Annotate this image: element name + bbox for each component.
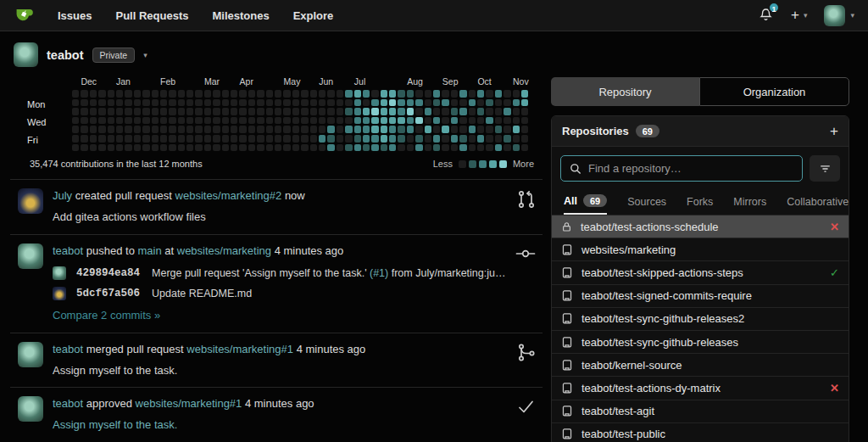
heatmap-cell[interactable] — [513, 144, 520, 152]
heatmap-cell[interactable] — [381, 126, 387, 133]
heatmap-cell[interactable] — [477, 90, 484, 98]
heatmap-cell[interactable] — [301, 135, 308, 143]
heatmap-cell[interactable] — [495, 126, 502, 133]
heatmap-cell[interactable] — [521, 135, 528, 143]
heatmap-cell[interactable] — [459, 126, 466, 133]
heatmap-cell[interactable] — [72, 135, 79, 143]
repo-list-item[interactable]: websites/marketing — [552, 238, 849, 260]
heatmap-cell[interactable] — [222, 108, 229, 115]
heatmap-cell[interactable] — [371, 117, 378, 125]
create-new-button[interactable]: + ▾ — [791, 7, 807, 24]
heatmap-cell[interactable] — [125, 108, 131, 115]
heatmap-cell[interactable] — [513, 90, 520, 98]
heatmap-cell[interactable] — [363, 117, 370, 125]
heatmap-cell[interactable] — [407, 90, 414, 98]
heatmap-cell[interactable] — [186, 144, 193, 152]
heatmap-cell[interactable] — [319, 144, 326, 152]
heatmap-cell[interactable] — [425, 126, 431, 133]
heatmap-cell[interactable] — [248, 117, 255, 125]
feed-link[interactable]: July — [53, 189, 72, 202]
heatmap-cell[interactable] — [239, 126, 246, 133]
heatmap-cell[interactable] — [81, 144, 87, 152]
heatmap-cell[interactable] — [486, 108, 492, 115]
heatmap-cell[interactable] — [116, 144, 123, 152]
heatmap-cell[interactable] — [142, 99, 149, 107]
heatmap-cell[interactable] — [231, 135, 237, 143]
heatmap-cell[interactable] — [222, 144, 229, 152]
heatmap-cell[interactable] — [283, 117, 290, 125]
heatmap-cell[interactable] — [90, 135, 97, 143]
heatmap-cell[interactable] — [469, 135, 476, 143]
repo-filter-forks[interactable]: Forks — [687, 188, 713, 215]
heatmap-cell[interactable] — [292, 135, 299, 143]
heatmap-cell[interactable] — [142, 117, 149, 125]
heatmap-cell[interactable] — [301, 126, 308, 133]
heatmap-cell[interactable] — [152, 99, 159, 107]
heatmap-cell[interactable] — [371, 90, 378, 98]
heatmap-cell[interactable] — [134, 117, 141, 125]
heatmap-cell[interactable] — [415, 135, 422, 143]
heatmap-cell[interactable] — [178, 135, 185, 143]
heatmap-cell[interactable] — [504, 108, 510, 115]
heatmap-cell[interactable] — [72, 126, 79, 133]
heatmap-cell[interactable] — [504, 90, 510, 98]
user-avatar[interactable] — [18, 188, 43, 214]
heatmap-cell[interactable] — [495, 135, 502, 143]
heatmap-cell[interactable] — [142, 144, 149, 152]
heatmap-cell[interactable] — [108, 144, 114, 152]
heatmap-cell[interactable] — [354, 90, 361, 98]
heatmap-cell[interactable] — [81, 126, 87, 133]
heatmap-cell[interactable] — [433, 144, 440, 152]
heatmap-cell[interactable] — [310, 108, 317, 115]
heatmap-cell[interactable] — [213, 126, 220, 133]
heatmap-cell[interactable] — [513, 135, 520, 143]
heatmap-cell[interactable] — [407, 135, 414, 143]
heatmap-cell[interactable] — [381, 99, 387, 107]
heatmap-cell[interactable] — [486, 135, 492, 143]
heatmap-cell[interactable] — [433, 108, 440, 115]
heatmap-cell[interactable] — [521, 117, 528, 125]
heatmap-cell[interactable] — [345, 99, 352, 107]
heatmap-cell[interactable] — [451, 117, 458, 125]
heatmap-cell[interactable] — [371, 126, 378, 133]
heatmap-cell[interactable] — [108, 108, 114, 115]
heatmap-cell[interactable] — [486, 126, 492, 133]
heatmap-cell[interactable] — [134, 99, 141, 107]
heatmap-cell[interactable] — [319, 90, 326, 98]
heatmap-cell[interactable] — [371, 108, 378, 115]
heatmap-cell[interactable] — [152, 144, 159, 152]
heatmap-cell[interactable] — [363, 135, 370, 143]
heatmap-cell[interactable] — [169, 90, 175, 98]
heatmap-cell[interactable] — [495, 90, 502, 98]
heatmap-cell[interactable] — [90, 144, 97, 152]
heatmap-cell[interactable] — [327, 90, 334, 98]
user-avatar[interactable] — [18, 396, 43, 422]
commit-hash[interactable]: 5dcf67a506 — [76, 286, 140, 301]
heatmap-cell[interactable] — [125, 126, 131, 133]
heatmap-cell[interactable] — [442, 126, 448, 133]
heatmap-cell[interactable] — [266, 117, 273, 125]
heatmap-cell[interactable] — [310, 99, 317, 107]
heatmap-cell[interactable] — [275, 135, 281, 143]
heatmap-cell[interactable] — [398, 117, 404, 125]
nav-link-explore[interactable]: Explore — [293, 9, 334, 22]
heatmap-cell[interactable] — [169, 144, 175, 152]
heatmap-cell[interactable] — [407, 126, 414, 133]
heatmap-cell[interactable] — [504, 144, 510, 152]
heatmap-cell[interactable] — [178, 99, 185, 107]
heatmap-cell[interactable] — [521, 108, 528, 115]
heatmap-cell[interactable] — [398, 144, 404, 152]
commit-hash[interactable]: 429894ea84 — [76, 266, 140, 281]
heatmap-cell[interactable] — [108, 126, 114, 133]
heatmap-cell[interactable] — [142, 108, 149, 115]
repo-list-item[interactable]: teabot/kernel-source — [552, 353, 849, 376]
heatmap-cell[interactable] — [398, 108, 404, 115]
heatmap-cell[interactable] — [425, 108, 431, 115]
heatmap-cell[interactable] — [195, 90, 202, 98]
repo-list-item[interactable]: teabot/test-skipped-actions-steps✓ — [552, 260, 849, 283]
heatmap-cell[interactable] — [345, 117, 352, 125]
heatmap-cell[interactable] — [204, 90, 211, 98]
tab-repository[interactable]: Repository — [551, 77, 699, 106]
repo-list-item[interactable]: teabot/test-sync-github-releases2 — [552, 307, 849, 330]
heatmap-cell[interactable] — [425, 117, 431, 125]
